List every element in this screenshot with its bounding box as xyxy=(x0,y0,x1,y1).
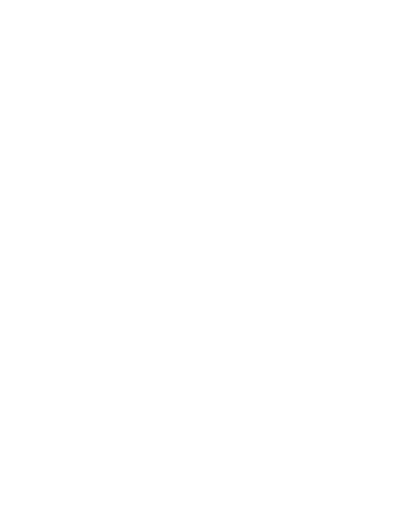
page: Software Selection Help Filename ... Upl… xyxy=(0,0,411,26)
